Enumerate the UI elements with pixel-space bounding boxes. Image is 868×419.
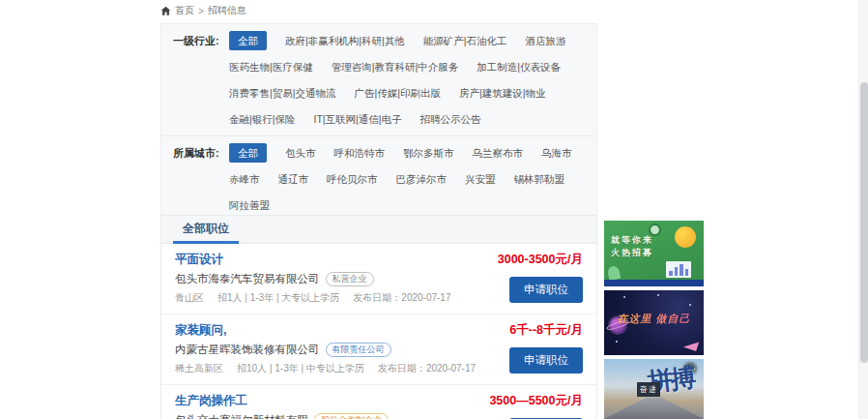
company-type-badge: 有限责任公司: [326, 343, 391, 357]
job-title-row: 平面设计3000-3500元/月: [175, 252, 583, 268]
banner2-subtitle: ·· ········ ····: [604, 327, 704, 332]
filter-option[interactable]: 酒店旅游: [525, 31, 565, 50]
job-list: 平面设计3000-3500元/月包头市海泰汽车贸易有限公司私营企业青山区招1人 …: [160, 244, 597, 419]
breadcrumb-home[interactable]: 首页: [175, 4, 194, 17]
filter-option[interactable]: 招聘公示公告: [420, 109, 480, 129]
tab-all-jobs[interactable]: 全部职位: [173, 216, 239, 244]
filter-options: 全部政府|非赢利机构|科研|其他能源矿产|石油化工酒店旅游医药生物|医疗保健管理…: [229, 31, 589, 129]
job-date: 发布日期：2020-07-17: [353, 291, 450, 305]
job-date: 发布日期：2020-07-17: [378, 362, 476, 375]
filter-label: 一级行业:: [173, 31, 229, 50]
company-type-badge: 私营企业: [326, 272, 374, 286]
filter-option[interactable]: 广告|传媒|印刷出版: [354, 83, 440, 103]
job-title[interactable]: 平面设计: [175, 252, 223, 268]
apply-button[interactable]: 申请职位: [509, 277, 583, 303]
filter-option[interactable]: 阿拉善盟: [229, 195, 270, 215]
comet-icon: [683, 338, 699, 351]
filter-option[interactable]: 乌兰察布市: [473, 143, 524, 163]
breadcrumb-separator: >: [198, 6, 204, 16]
filter-option[interactable]: 金融|银行|保险: [229, 109, 295, 129]
recruitment-page: 首页 > 招聘信息 一级行业:全部政府|非赢利机构|科研|其他能源矿产|石油化工…: [0, 0, 868, 419]
job-company[interactable]: 包头市海泰汽车贸易有限公司: [175, 272, 320, 286]
job-info: 招10人 | 1-3年 | 中专以上学历: [237, 362, 364, 375]
job-card: 生产岗操作工3500—5500元/月包头交大赛福尔新材料有限股份合作制企业稀土高…: [161, 385, 596, 419]
star-decoration: [657, 294, 659, 296]
road-decoration: [604, 398, 704, 419]
job-company[interactable]: 内蒙古星晖装饰装修有限公司: [175, 343, 320, 357]
star-decoration: [689, 304, 691, 306]
banner1-footer-strip: [604, 280, 704, 286]
filter-option[interactable]: 管理咨询|教育科研|中介服务: [332, 57, 458, 76]
star-decoration: [616, 341, 618, 343]
filter-option[interactable]: 呼伦贝尔市: [327, 169, 378, 189]
plant-decoration: [607, 265, 622, 281]
filter-row: 所属城市:全部包头市呼和浩特市鄂尔多斯市乌兰察布市乌海市赤峰市通辽市呼伦贝尔市巴…: [161, 136, 596, 223]
company-type-badge: 股份合作制企业: [314, 413, 389, 419]
banner3-sub-text: 奋进: [637, 382, 660, 397]
job-info: 招1人 | 1-3年 | 大专以上学历: [217, 291, 339, 305]
filter-option[interactable]: 兴安盟: [465, 169, 496, 189]
job-title-row: 生产岗操作工3500—5500元/月: [175, 393, 583, 409]
breadcrumb: 首页 > 招聘信息: [160, 4, 246, 17]
filter-option[interactable]: 包头市: [285, 143, 316, 163]
filter-row: 一级行业:全部政府|非赢利机构|科研|其他能源矿产|石油化工酒店旅游医药生物|医…: [161, 24, 596, 136]
filter-option[interactable]: 房产|建筑建设|物业: [459, 83, 545, 103]
filter-option[interactable]: 锡林郭勒盟: [514, 169, 565, 189]
job-salary: 3000-3500元/月: [498, 252, 583, 268]
chart-decoration: [666, 261, 691, 278]
filter-option[interactable]: 鄂尔多斯市: [403, 143, 454, 163]
ad-banner-space[interactable]: 在这里 做自己 ·· ········ ····: [604, 290, 704, 355]
breadcrumb-current: 招聘信息: [208, 4, 246, 17]
filter-option[interactable]: 医药生物|医疗保健: [229, 57, 313, 76]
filter-label: 所属城市:: [173, 143, 229, 163]
megaphone-icon: [675, 226, 696, 248]
star-decoration: [623, 296, 625, 298]
job-area: 青山区: [175, 291, 204, 305]
filter-options: 全部包头市呼和浩特市鄂尔多斯市乌兰察布市乌海市赤峰市通辽市呼伦贝尔市巴彦淖尔市兴…: [229, 143, 589, 215]
filter-option[interactable]: 乌海市: [541, 143, 572, 163]
job-tab-bar: 全部职位: [160, 215, 597, 244]
filter-option[interactable]: 政府|非赢利机构|科研|其他: [285, 31, 405, 50]
job-section: 全部职位 平面设计3000-3500元/月包头市海泰汽车贸易有限公司私营企业青山…: [160, 215, 597, 419]
scrollbar-thumb[interactable]: [860, 82, 868, 363]
job-card: 平面设计3000-3500元/月包头市海泰汽车贸易有限公司私营企业青山区招1人 …: [161, 244, 596, 314]
home-icon[interactable]: [160, 6, 171, 16]
filter-option-selected[interactable]: 全部: [229, 31, 267, 50]
filter-option[interactable]: 呼和浩特市: [334, 143, 386, 163]
job-area: 稀土高新区: [175, 362, 223, 375]
job-title[interactable]: 家装顾问,: [175, 322, 226, 339]
job-salary: 3500—5500元/月: [489, 393, 583, 409]
filter-option[interactable]: 赤峰市: [229, 169, 260, 189]
filter-option[interactable]: 消费零售|贸易|交通物流: [229, 83, 335, 103]
page-scrollbar: [858, 0, 868, 419]
filter-option[interactable]: 通辽市: [278, 169, 309, 189]
job-title[interactable]: 生产岗操作工: [175, 393, 247, 409]
banner-column: 就等你来 火热招募 在这里 做自己 ·· ········ ···· 拼搏 奋: [604, 221, 704, 419]
job-title-row: 家装顾问,6千--8千元/月: [175, 322, 583, 339]
job-card: 家装顾问,6千--8千元/月内蒙古星晖装饰装修有限公司有限责任公司稀土高新区招1…: [161, 314, 596, 385]
filter-option[interactable]: 能源矿产|石油化工: [423, 31, 507, 50]
ad-banner-recruiting[interactable]: 就等你来 火热招募: [604, 221, 704, 286]
apply-button[interactable]: 申请职位: [509, 347, 583, 374]
filter-option-selected[interactable]: 全部: [229, 143, 267, 163]
job-salary: 6千--8千元/月: [509, 322, 583, 339]
ad-banner-strive[interactable]: 拼搏 奋进: [604, 359, 704, 419]
filter-option[interactable]: 加工制造|仪表设备: [477, 57, 561, 76]
banner1-text: 就等你来 火热招募: [611, 234, 653, 259]
job-company[interactable]: 包头交大赛福尔新材料有限: [175, 413, 308, 419]
filter-option[interactable]: IT|互联网|通信|电子: [313, 109, 401, 129]
banner2-title: 在这里 做自己: [604, 312, 704, 326]
filter-option[interactable]: 巴彦淖尔市: [396, 169, 448, 189]
